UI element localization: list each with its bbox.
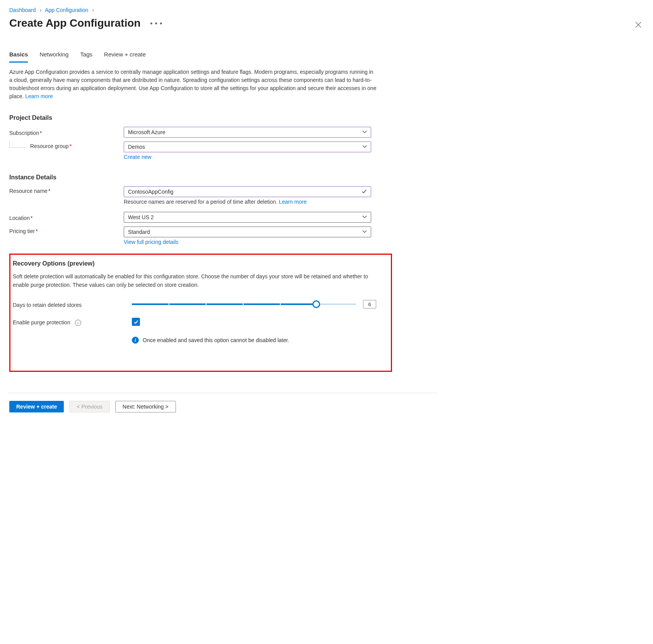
review-create-button[interactable]: Review + create: [9, 401, 64, 412]
chevron-down-icon: [362, 214, 367, 220]
days-retain-slider[interactable]: [132, 303, 356, 305]
resource-group-label: Resource group*: [30, 143, 72, 149]
footer-bar: Review + create < Previous Next: Network…: [8, 393, 437, 424]
section-instance-details: Instance Details: [9, 174, 429, 181]
next-button[interactable]: Next: Networking >: [115, 401, 176, 412]
checkmark-icon: [361, 189, 367, 195]
intro-text: Azure App Configuration provides a servi…: [9, 68, 377, 101]
tab-review-create[interactable]: Review + create: [104, 51, 146, 63]
chevron-down-icon: [362, 129, 367, 135]
days-retain-label: Days to retain deleted stores: [13, 300, 132, 308]
create-new-rg-link[interactable]: Create new: [124, 154, 152, 160]
section-project-details: Project Details: [9, 114, 429, 121]
recovery-description: Soft delete protection will automaticall…: [13, 273, 372, 289]
days-retain-value: 6: [363, 300, 376, 308]
resource-name-learn-more-link[interactable]: Learn more: [279, 199, 307, 205]
previous-button: < Previous: [69, 401, 110, 412]
tab-networking[interactable]: Networking: [39, 51, 68, 63]
chevron-right-icon: ›: [39, 7, 41, 13]
resource-group-select[interactable]: Demos: [124, 141, 371, 152]
breadcrumb: Dashboard › App Configuration ›: [9, 7, 429, 13]
location-label: Location*: [9, 213, 124, 221]
slider-handle[interactable]: [312, 300, 320, 308]
page-title: Create App Configuration: [9, 17, 141, 29]
intro-learn-more-link[interactable]: Learn more: [25, 93, 53, 99]
purge-protection-note: Once enabled and saved this option canno…: [143, 337, 289, 343]
close-button[interactable]: [635, 22, 641, 29]
section-recovery-options: Recovery Options (preview): [13, 260, 389, 267]
pricing-tier-label: Pricing tier*: [9, 227, 124, 234]
tabs: Basics Networking Tags Review + create: [9, 51, 429, 63]
info-solid-icon: i: [132, 337, 139, 344]
location-select[interactable]: West US 2: [124, 212, 371, 223]
purge-protection-checkbox[interactable]: [132, 318, 140, 326]
tree-indent-icon: [9, 141, 26, 148]
recovery-options-highlighted-box: Recovery Options (preview) Soft delete p…: [9, 254, 392, 372]
resource-name-input[interactable]: ContosoAppConfig: [124, 186, 371, 197]
purge-protection-label: Enable purge protection i: [13, 318, 132, 326]
tab-basics[interactable]: Basics: [9, 51, 28, 63]
info-icon[interactable]: i: [75, 320, 81, 326]
breadcrumb-dashboard[interactable]: Dashboard: [9, 7, 36, 13]
tab-tags[interactable]: Tags: [80, 51, 92, 63]
pricing-tier-select[interactable]: Standard: [124, 227, 371, 237]
more-actions-icon[interactable]: ● ● ●: [150, 20, 163, 26]
subscription-select[interactable]: Microsoft Azure: [124, 127, 371, 138]
chevron-down-icon: [362, 144, 367, 150]
subscription-label: Subscription*: [9, 128, 124, 136]
resource-name-label: Resource name*: [9, 186, 124, 194]
chevron-right-icon: ›: [92, 7, 94, 13]
resource-name-hint: Resource names are reserved for a period…: [124, 199, 371, 205]
checkmark-icon: [133, 319, 139, 325]
chevron-down-icon: [362, 229, 367, 235]
pricing-details-link[interactable]: View full pricing details: [124, 239, 178, 245]
breadcrumb-app-configuration[interactable]: App Configuration: [45, 7, 88, 13]
